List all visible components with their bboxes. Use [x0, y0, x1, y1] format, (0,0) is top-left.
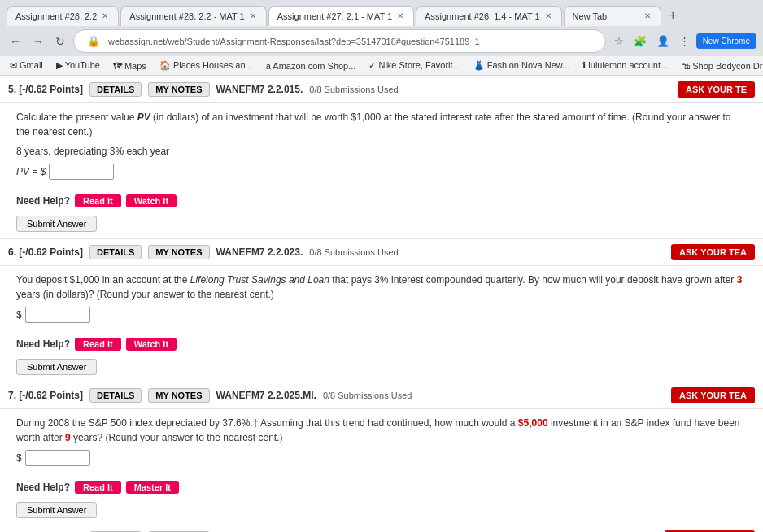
star-icon[interactable]: ☆: [611, 33, 627, 49]
tab-5[interactable]: New Tab ✕: [564, 6, 661, 26]
bookmarks-bar: ✉ Gmail ▶ YouTube 🗺 Maps 🏠 Places Houses…: [0, 56, 763, 76]
question-6-submit-button[interactable]: Submit Answer: [16, 359, 97, 375]
question-7-read-it-button[interactable]: Read It: [75, 481, 121, 494]
question-6-details-button[interactable]: DETAILS: [89, 245, 142, 259]
tab-3[interactable]: Assignment #27: 2.1 - MAT 1 ✕: [268, 6, 414, 26]
question-6-code: WANEFM7 2.2.023.: [216, 246, 303, 258]
bookmark-lululemon[interactable]: ℹ lululemon account...: [579, 59, 671, 72]
main-content: 5. [-/0.62 Points] DETAILS MY NOTES WANE…: [0, 76, 763, 532]
bookmark-fashion[interactable]: 👗 Fashion Nova New...: [470, 59, 573, 72]
question-5-help-label: Need Help?: [16, 195, 70, 207]
question-5-text: Calculate the present value PV (in dolla…: [16, 110, 747, 139]
browser-chrome: Assignment #28: 2.2 ✕ Assignment #28: 2.…: [0, 0, 763, 76]
question-6-header: 6. [-/0.62 Points] DETAILS MY NOTES WANE…: [0, 239, 763, 266]
question-5-number: 5. [-/0.62 Points]: [8, 84, 83, 95]
question-6-dollar-label: $: [16, 307, 22, 322]
tab-1-close[interactable]: ✕: [100, 11, 110, 20]
address-text: webassign.net/web/Student/Assignment-Res…: [108, 37, 480, 46]
question-7-details-button[interactable]: DETAILS: [89, 388, 142, 403]
settings-icon[interactable]: ⋮: [676, 33, 693, 49]
question-7-block: 7. [-/0.62 Points] DETAILS MY NOTES WANE…: [0, 382, 763, 525]
address-bar[interactable]: 🔒 webassign.net/web/Student/Assignment-R…: [73, 29, 606, 53]
question-5-answer-input[interactable]: [49, 164, 114, 180]
tab-4[interactable]: Assignment #26: 1.4 - MAT 1 ✕: [416, 6, 561, 26]
question-5-read-it-button[interactable]: Read It: [75, 194, 121, 207]
question-6-notes-button[interactable]: MY NOTES: [148, 245, 209, 259]
new-tab-button[interactable]: +: [663, 5, 683, 26]
tab-4-close[interactable]: ✕: [543, 11, 553, 20]
question-5-header: 5. [-/0.62 Points] DETAILS MY NOTES WANE…: [0, 76, 763, 103]
question-7-header: 7. [-/0.62 Points] DETAILS MY NOTES WANE…: [0, 382, 763, 409]
question-7-text: During 2008 the S&P 500 index depreciate…: [16, 416, 747, 445]
question-6-text: You deposit $1,000 in an account at the …: [16, 273, 747, 302]
bookmark-places[interactable]: 🏠 Places Houses an...: [156, 59, 256, 72]
tab-2-title: Assignment #28: 2.2 - MAT 1: [129, 11, 244, 21]
question-7-answer-input[interactable]: [25, 450, 90, 466]
question-6-body: You deposit $1,000 in an account at the …: [0, 266, 763, 333]
tab-5-title: New Tab: [573, 11, 608, 21]
toolbar-right: ☆ 🧩 👤 ⋮ New Chrome: [611, 33, 756, 49]
question-6-answer-input[interactable]: [25, 307, 90, 323]
question-5-ask-teacher-button[interactable]: ASK YOUR TE: [678, 81, 755, 98]
address-bar-row: ← → ↻ 🔒 webassign.net/web/Student/Assign…: [0, 26, 763, 56]
bookmark-bodycon[interactable]: 🛍 Shop Bodycon Dre...: [678, 59, 763, 72]
question-7-number: 7. [-/0.62 Points]: [8, 390, 83, 401]
question-6-input-row: $: [16, 307, 747, 323]
question-8-block: 8. [-/0.66 Points] DETAILS MY NOTES WANE…: [0, 525, 763, 532]
question-5-help-row: Need Help? Read It Watch It: [0, 190, 763, 212]
question-6-help-row: Need Help? Read It Watch It: [0, 333, 763, 355]
question-5-watch-it-button[interactable]: Watch It: [126, 194, 177, 207]
question-6-ask-teacher-button[interactable]: ASK YOUR TEA: [671, 244, 755, 260]
question-7-submissions: 0/8 Submissions Used: [323, 390, 412, 400]
question-7-submit-button[interactable]: Submit Answer: [16, 502, 97, 518]
reload-button[interactable]: ↻: [52, 33, 68, 50]
question-7-ask-teacher-button[interactable]: ASK YOUR TEA: [671, 387, 755, 403]
question-7-help-row: Need Help? Read It Master It: [0, 476, 763, 499]
question-7-master-it-button[interactable]: Master It: [126, 481, 179, 494]
question-5-block: 5. [-/0.62 Points] DETAILS MY NOTES WANE…: [0, 76, 763, 239]
question-5-details-button[interactable]: DETAILS: [89, 82, 142, 97]
question-5-code: WANEFM7 2.2.015.: [216, 84, 303, 95]
tab-2[interactable]: Assignment #28: 2.2 - MAT 1 ✕: [120, 6, 266, 26]
question-5-submit-button[interactable]: Submit Answer: [16, 216, 97, 232]
tab-3-title: Assignment #27: 2.1 - MAT 1: [277, 11, 392, 21]
extensions-icon[interactable]: 🧩: [630, 33, 650, 49]
tab-3-close[interactable]: ✕: [395, 11, 405, 20]
tab-2-close[interactable]: ✕: [248, 11, 258, 20]
tab-1[interactable]: Assignment #28: 2.2 ✕: [7, 6, 119, 26]
question-8-header: 8. [-/0.66 Points] DETAILS MY NOTES WANE…: [0, 525, 763, 532]
question-5-notes-button[interactable]: MY NOTES: [148, 82, 209, 97]
question-6-read-it-button[interactable]: Read It: [75, 338, 121, 351]
question-5-input-row: PV = $: [16, 164, 747, 180]
question-5-subtext: 8 years, depreciating 3% each year: [16, 144, 747, 159]
bookmark-amazon[interactable]: a Amazon.com Shop...: [263, 59, 360, 72]
question-7-notes-button[interactable]: MY NOTES: [148, 388, 209, 403]
lock-icon: 🔒: [84, 33, 103, 49]
question-6-help-label: Need Help?: [16, 338, 70, 350]
bookmark-gmail[interactable]: ✉ Gmail: [7, 59, 46, 72]
question-7-body: During 2008 the S&P 500 index depreciate…: [0, 409, 763, 476]
question-7-help-label: Need Help?: [16, 482, 70, 493]
question-5-pv-label: PV = $: [16, 164, 46, 179]
question-6-watch-it-button[interactable]: Watch It: [126, 338, 177, 351]
question-5-submit-row: Submit Answer: [0, 212, 763, 238]
account-icon[interactable]: 👤: [653, 33, 673, 49]
back-button[interactable]: ←: [7, 33, 24, 50]
question-7-dollar-label: $: [16, 451, 22, 465]
tab-4-title: Assignment #26: 1.4 - MAT 1: [425, 11, 539, 21]
question-7-code: WANEFM7 2.2.025.MI.: [216, 390, 316, 401]
tab-5-close[interactable]: ✕: [643, 11, 652, 20]
tab-bar: Assignment #28: 2.2 ✕ Assignment #28: 2.…: [0, 0, 763, 26]
question-5-body: Calculate the present value PV (in dolla…: [0, 103, 763, 190]
question-7-input-row: $: [16, 450, 747, 466]
question-5-submissions: 0/8 Submissions Used: [309, 85, 398, 94]
new-chrome-button[interactable]: New Chrome: [696, 33, 756, 49]
question-6-number: 6. [-/0.62 Points]: [8, 246, 83, 258]
question-7-submit-row: Submit Answer: [0, 499, 763, 525]
question-6-submit-row: Submit Answer: [0, 355, 763, 382]
bookmark-maps[interactable]: 🗺 Maps: [110, 59, 150, 72]
question-6-block: 6. [-/0.62 Points] DETAILS MY NOTES WANE…: [0, 239, 763, 382]
bookmark-youtube[interactable]: ▶ YouTube: [53, 59, 103, 72]
forward-button[interactable]: →: [29, 33, 47, 50]
bookmark-nike[interactable]: ✓ Nike Store, Favorit...: [365, 59, 463, 72]
